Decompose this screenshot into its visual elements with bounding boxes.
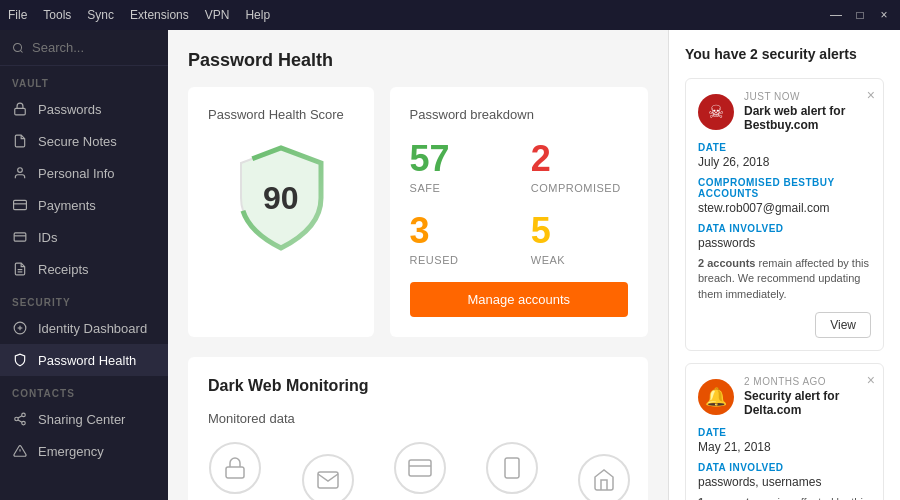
personal-info-icon (12, 165, 28, 181)
alert-date-label-delta: DATE (698, 427, 871, 438)
secure-notes-icon (12, 133, 28, 149)
monitored-passwords: Passwordsand logins (208, 442, 262, 500)
alert-card-bestbuy: × ☠ JUST NOW Dark web alert for Bestbuy.… (685, 78, 884, 351)
compromised-label: COMPROMISED (531, 182, 628, 194)
alert-date-value-delta: May 21, 2018 (698, 440, 871, 454)
alert-date-label-bestbuy: DATE (698, 142, 871, 153)
svg-point-13 (22, 413, 26, 417)
identity-dashboard-icon (12, 320, 28, 336)
dark-web-alert-icon: ☠ (698, 94, 734, 130)
maximize-button[interactable]: □ (852, 8, 868, 22)
alert-header-delta: 🔔 2 MONTHS AGO Security alert for Delta.… (698, 376, 871, 417)
sidebar-item-receipts[interactable]: Receipts (0, 253, 168, 285)
weak-count: 5 (531, 210, 628, 252)
alerts-title: You have 2 security alerts (685, 46, 884, 62)
reused-label: REUSED (410, 254, 507, 266)
emergency-icon (12, 443, 28, 459)
shield: 90 (231, 143, 331, 253)
breakdown-card: Password breakdown 57 SAFE 2 COMPROMISED… (390, 87, 648, 337)
security-alert-icon: 🔔 (698, 379, 734, 415)
sidebar-item-passwords[interactable]: Passwords (0, 93, 168, 125)
alert-close-delta[interactable]: × (867, 372, 875, 388)
breakdown-compromised: 2 COMPROMISED (531, 138, 628, 194)
svg-rect-2 (15, 108, 26, 114)
search-input[interactable] (32, 40, 156, 55)
close-button[interactable]: × (876, 8, 892, 22)
monitored-section: Monitored data Passwordsand logins (208, 411, 628, 500)
sidebar-item-password-health[interactable]: Password Health (0, 344, 168, 376)
credit-cards-monitor-icon (394, 442, 446, 494)
menu-help[interactable]: Help (245, 8, 270, 22)
alert-close-bestbuy[interactable]: × (867, 87, 875, 103)
breakdown-grid: 57 SAFE 2 COMPROMISED 3 REUSED 5 WEAK (410, 138, 628, 266)
emails-monitor-icon (302, 454, 354, 500)
sidebar-search[interactable] (0, 30, 168, 66)
app-body: VAULT Passwords Secure Notes Personal In… (0, 30, 900, 500)
addresses-monitor-icon (578, 454, 630, 500)
sidebar: VAULT Passwords Secure Notes Personal In… (0, 30, 168, 500)
right-panel: You have 2 security alerts × ☠ JUST NOW … (668, 30, 900, 500)
sidebar-item-identity-dashboard[interactable]: Identity Dashboard (0, 312, 168, 344)
sidebar-item-secure-notes[interactable]: Secure Notes (0, 125, 168, 157)
menu-vpn[interactable]: VPN (205, 8, 230, 22)
passwords-label: Passwords (38, 102, 102, 117)
alert-accounts-label-bestbuy: COMPROMISED BESTBUY ACCOUNTS (698, 177, 871, 199)
payments-label: Payments (38, 198, 96, 213)
sidebar-item-emergency[interactable]: Emergency (0, 435, 168, 467)
alert-data-value-bestbuy: passwords (698, 236, 871, 250)
passwords-monitor-icon (209, 442, 261, 494)
passwords-icon (12, 101, 28, 117)
alert-accounts-value-bestbuy: stew.rob007@gmail.com (698, 201, 871, 215)
vault-section-label: VAULT (0, 66, 168, 93)
monitored-phones: Phonenumbers (486, 442, 538, 500)
health-score-card-title: Password Health Score (208, 107, 354, 122)
minimize-button[interactable]: — (828, 8, 844, 22)
sharing-center-icon (12, 411, 28, 427)
dark-web-monitoring-card: Dark Web Monitoring Monitored data Passw… (188, 357, 648, 500)
svg-rect-21 (409, 460, 431, 476)
alert-header-bestbuy: ☠ JUST NOW Dark web alert for Bestbuy.co… (698, 91, 871, 132)
breakdown-weak: 5 WEAK (531, 210, 628, 266)
breakdown-reused: 3 REUSED (410, 210, 507, 266)
alert-data-value-delta: passwords, usernames (698, 475, 871, 489)
svg-rect-20 (226, 467, 244, 478)
safe-count: 57 (410, 138, 507, 180)
menu-sync[interactable]: Sync (87, 8, 114, 22)
alert-date-value-bestbuy: July 26, 2018 (698, 155, 871, 169)
menu-tools[interactable]: Tools (43, 8, 71, 22)
payments-icon (12, 197, 28, 213)
weak-label: WEAK (531, 254, 628, 266)
ids-label: IDs (38, 230, 58, 245)
svg-rect-23 (505, 458, 519, 478)
password-health-label: Password Health (38, 353, 136, 368)
reused-count: 3 (410, 210, 507, 252)
alert-description-delta: 1 account remains affected by this breac… (698, 495, 871, 500)
alert-heading-bestbuy: Dark web alert for Bestbuy.com (744, 104, 871, 132)
menu-extensions[interactable]: Extensions (130, 8, 189, 22)
view-button-bestbuy[interactable]: View (815, 312, 871, 338)
svg-line-16 (18, 420, 22, 422)
shield-container: 90 (208, 138, 354, 258)
sidebar-item-payments[interactable]: Payments (0, 189, 168, 221)
health-score-card: Password Health Score (188, 87, 374, 337)
monitored-icons: Passwordsand logins Emails C (208, 442, 628, 500)
manage-accounts-button[interactable]: Manage accounts (410, 282, 628, 317)
contacts-section-label: CONTACTS (0, 376, 168, 403)
alert-time-delta: 2 MONTHS AGO (744, 376, 871, 387)
breakdown-safe: 57 SAFE (410, 138, 507, 194)
svg-rect-4 (14, 200, 27, 209)
page-title: Password Health (188, 50, 648, 71)
safe-label: SAFE (410, 182, 507, 194)
sidebar-item-sharing-center[interactable]: Sharing Center (0, 403, 168, 435)
ids-icon (12, 229, 28, 245)
svg-point-14 (15, 417, 19, 421)
sidebar-item-ids[interactable]: IDs (0, 221, 168, 253)
personal-info-label: Personal Info (38, 166, 115, 181)
svg-line-17 (18, 416, 22, 418)
breakdown-card-title: Password breakdown (410, 107, 628, 122)
sidebar-item-personal-info[interactable]: Personal Info (0, 157, 168, 189)
emergency-label: Emergency (38, 444, 104, 459)
monitored-emails: Emails (302, 454, 354, 500)
shield-score: 90 (263, 180, 299, 217)
menu-file[interactable]: File (8, 8, 27, 22)
